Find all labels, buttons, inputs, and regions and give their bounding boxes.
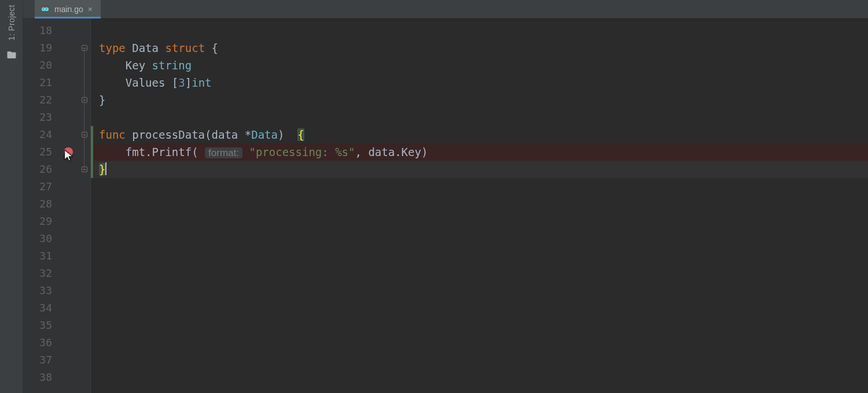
code-line[interactable] xyxy=(94,22,868,39)
line-number: 27 xyxy=(23,178,58,195)
line-number: 21 xyxy=(23,74,58,91)
editor-tab-main-go[interactable]: main.go × xyxy=(35,0,101,18)
code-line[interactable] xyxy=(94,299,868,317)
code-line[interactable] xyxy=(94,265,868,282)
breakpoint-gutter[interactable] xyxy=(58,18,79,393)
svg-point-3 xyxy=(46,8,47,9)
fold-toggle-icon[interactable] xyxy=(82,45,87,51)
line-number: 34 xyxy=(23,299,58,317)
code-line[interactable]: fmt.Printf( format: "processing: %s", da… xyxy=(94,143,868,161)
line-number: 31 xyxy=(23,247,58,265)
editor-tabbar: main.go × xyxy=(23,0,868,18)
code-line[interactable] xyxy=(94,317,868,334)
code-line[interactable]: func processData(data *Data) { xyxy=(94,126,868,143)
line-number: 22 xyxy=(23,91,58,109)
code-line[interactable]: type Data struct { xyxy=(94,39,868,57)
line-number: 35 xyxy=(23,317,58,334)
line-number: 30 xyxy=(23,230,58,247)
gutter[interactable]: 1819202122232425262728293031323334353637… xyxy=(23,18,91,393)
code-line[interactable] xyxy=(94,109,868,126)
tool-window-rail: 1: Project xyxy=(0,0,23,393)
code-area[interactable]: type Data struct { Key string Values [3]… xyxy=(94,18,868,393)
line-number: 23 xyxy=(23,109,58,126)
code-line[interactable] xyxy=(94,247,868,265)
line-number: 32 xyxy=(23,265,58,282)
line-number: 38 xyxy=(23,369,58,386)
editor[interactable]: 1819202122232425262728293031323334353637… xyxy=(23,18,868,393)
line-number-gutter: 1819202122232425262728293031323334353637… xyxy=(23,18,58,393)
line-number: 20 xyxy=(23,57,58,74)
code-line[interactable]: } xyxy=(94,91,868,109)
go-file-icon xyxy=(41,5,50,14)
line-number: 25 xyxy=(23,143,58,161)
line-number: 26 xyxy=(23,161,58,178)
text-caret xyxy=(105,162,106,175)
tab-close-icon[interactable]: × xyxy=(88,5,93,13)
line-number: 29 xyxy=(23,213,58,230)
line-number: 33 xyxy=(23,282,58,299)
code-line[interactable] xyxy=(94,282,868,299)
fold-gutter[interactable] xyxy=(79,18,90,393)
code-line[interactable]: Values [3]int xyxy=(94,74,868,91)
code-line[interactable] xyxy=(94,369,868,386)
project-tool-button[interactable]: 1: Project xyxy=(7,5,16,40)
code-line[interactable]: } xyxy=(94,161,868,178)
fold-toggle-icon[interactable] xyxy=(82,166,87,172)
svg-point-2 xyxy=(43,8,44,9)
line-number: 36 xyxy=(23,334,58,351)
breakpoint-icon[interactable] xyxy=(64,147,73,157)
code-line[interactable]: Key string xyxy=(94,57,868,74)
line-number: 37 xyxy=(23,351,58,369)
code-line[interactable] xyxy=(94,178,868,195)
line-number: 28 xyxy=(23,195,58,213)
code-line[interactable] xyxy=(94,213,868,230)
code-line[interactable] xyxy=(94,195,868,213)
fold-toggle-icon[interactable] xyxy=(82,97,87,103)
fold-toggle-icon[interactable] xyxy=(82,132,87,138)
line-number: 19 xyxy=(23,39,58,57)
tab-filename: main.go xyxy=(54,5,83,14)
code-line[interactable] xyxy=(94,334,868,351)
code-line[interactable] xyxy=(94,230,868,247)
inlay-hint: format: xyxy=(205,147,242,158)
line-number: 18 xyxy=(23,22,58,39)
code-line[interactable] xyxy=(94,351,868,369)
line-number: 24 xyxy=(23,126,58,143)
project-folder-icon xyxy=(6,50,17,62)
